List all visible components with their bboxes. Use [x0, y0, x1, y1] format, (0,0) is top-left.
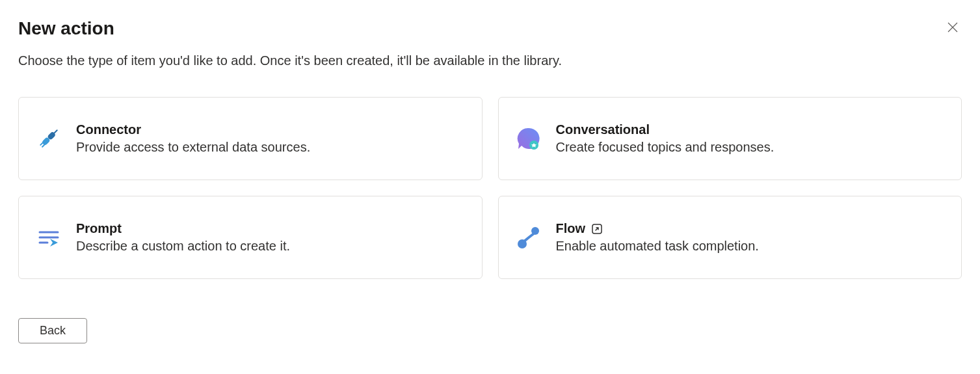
card-description: Create focused topics and responses. [556, 140, 946, 155]
flow-icon [514, 223, 543, 252]
card-conversational[interactable]: Conversational Create focused topics and… [498, 97, 962, 180]
close-icon [946, 21, 959, 36]
external-link-icon [590, 222, 603, 235]
prompt-icon [34, 223, 63, 252]
card-title: Flow [556, 221, 586, 236]
card-connector[interactable]: Connector Provide access to external dat… [18, 97, 483, 180]
card-description: Describe a custom action to create it. [76, 239, 466, 254]
back-button[interactable]: Back [18, 318, 87, 343]
card-title: Connector [76, 122, 141, 137]
card-title: Conversational [556, 122, 650, 137]
svg-line-4 [53, 130, 57, 134]
svg-line-1 [40, 142, 43, 145]
close-button[interactable] [944, 18, 962, 38]
conversational-icon [514, 124, 543, 153]
card-prompt[interactable]: Prompt Describe a custom action to creat… [18, 196, 483, 279]
card-description: Provide access to external data sources. [76, 140, 466, 155]
card-description: Enable automated task completion. [556, 239, 946, 254]
svg-line-2 [42, 144, 45, 146]
page-title: New action [18, 18, 114, 39]
page-subtitle: Choose the type of item you'd like to ad… [18, 53, 962, 68]
card-flow[interactable]: Flow Enable automated task completion. [498, 196, 962, 279]
card-title: Prompt [76, 221, 122, 236]
connector-icon [34, 124, 63, 153]
action-type-grid: Connector Provide access to external dat… [18, 97, 962, 279]
